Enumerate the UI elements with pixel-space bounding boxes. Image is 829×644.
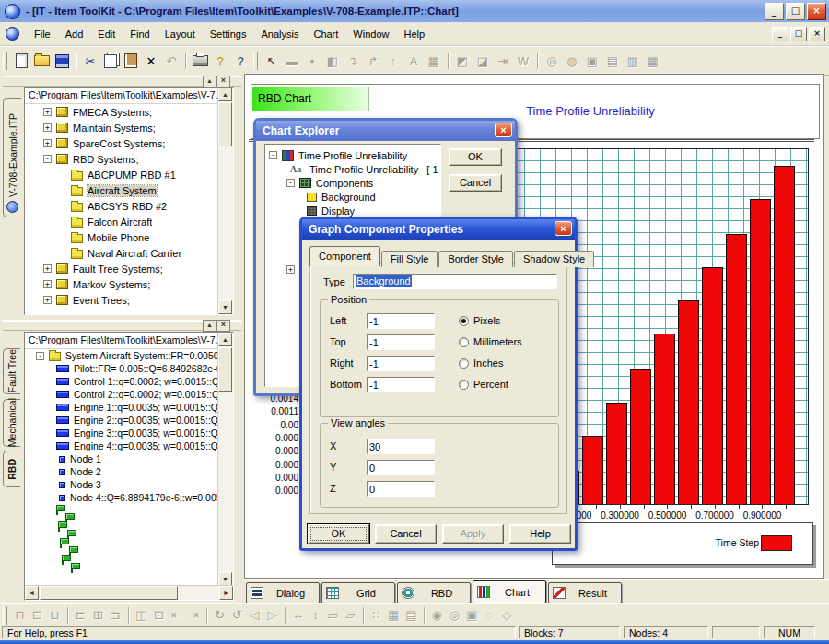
tree-item[interactable]: Pilot::FR= 0.005::Q=6.8492682e-6::w: [25, 362, 218, 375]
type-field[interactable]: Background: [353, 274, 557, 289]
tree-item[interactable]: Node 2: [25, 465, 218, 478]
menu-find[interactable]: Find: [123, 29, 157, 40]
tree-item[interactable]: [25, 529, 218, 537]
tree-item[interactable]: Naval Aircraft Carrier: [25, 245, 218, 261]
tree-expander-icon[interactable]: -: [269, 151, 277, 159]
scroll-down-icon[interactable]: [218, 572, 232, 586]
tree-item[interactable]: -RBD Systems;: [25, 151, 218, 167]
mdi-restore-button[interactable]: □: [790, 27, 807, 41]
tree-expander-icon[interactable]: +: [43, 296, 52, 304]
tree-expander-icon[interactable]: -: [286, 179, 295, 187]
scroll-up-icon[interactable]: [218, 88, 232, 101]
tree-item[interactable]: [25, 562, 218, 570]
top-input[interactable]: [367, 334, 435, 350]
tree-item[interactable]: Node 3: [25, 478, 218, 491]
file-tab[interactable]: V-708-Example.ITP: [3, 98, 21, 217]
delete-icon[interactable]: ✕: [141, 51, 161, 71]
tree-item[interactable]: +SpareCost Systems;: [25, 135, 218, 151]
vertical-scrollbar[interactable]: [217, 333, 233, 586]
pixels-radio[interactable]: [459, 316, 469, 326]
tree-item[interactable]: [25, 512, 218, 521]
cancel-button[interactable]: Cancel: [375, 524, 437, 544]
tree-item[interactable]: +Maintain Systems;: [25, 120, 218, 135]
tree-expander-icon[interactable]: +: [43, 139, 52, 147]
toolbar-grip[interactable]: [3, 52, 7, 70]
panel-scroll-up-icon[interactable]: [203, 320, 216, 332]
doc-tab-dialog[interactable]: Dialog: [246, 582, 320, 603]
close-button[interactable]: ×: [807, 3, 826, 20]
properties-tab-shadow-style[interactable]: Shadow Style: [514, 251, 594, 267]
ok-button[interactable]: OK: [449, 148, 502, 166]
context-help-icon[interactable]: ?: [230, 51, 251, 71]
right-input[interactable]: [367, 356, 435, 371]
tree-item[interactable]: [25, 504, 218, 512]
tree-item[interactable]: -Components: [265, 176, 440, 190]
horizontal-scrollbar[interactable]: [25, 585, 233, 600]
new-file-icon[interactable]: [11, 51, 31, 71]
mdi-minimize-button[interactable]: _: [772, 27, 788, 41]
menu-help[interactable]: Help: [396, 29, 432, 40]
tab-fault-tree[interactable]: Fault Tree: [3, 348, 20, 394]
cancel-button[interactable]: Cancel: [449, 174, 502, 192]
tree-expander-icon[interactable]: +: [43, 123, 52, 132]
tree-item[interactable]: Engine 4::q=0.0035; w=0.0015::Q=0: [25, 439, 218, 452]
open-file-icon[interactable]: [31, 51, 52, 71]
toolbar-grip[interactable]: [253, 52, 258, 70]
tree-item[interactable]: Control 1::q=0.0002; w=0.0015::Q=0: [25, 375, 218, 388]
tree-item[interactable]: Engine 2::q=0.0035; w=0.0015::Q=0: [25, 414, 218, 427]
tree-item[interactable]: Display: [265, 204, 440, 217]
copy-icon[interactable]: [100, 51, 121, 71]
bottom-input[interactable]: [367, 377, 435, 392]
dialog-title-bar[interactable]: Chart Explorer: [256, 121, 515, 141]
close-icon[interactable]: [555, 221, 572, 236]
menu-chart[interactable]: Chart: [306, 29, 345, 40]
help-about-icon[interactable]: ?: [210, 51, 230, 71]
scroll-thumb[interactable]: [40, 586, 178, 600]
inches-radio[interactable]: [459, 358, 469, 369]
tree-item[interactable]: Engine 1::q=0.0035; w=0.0015::Q=0: [25, 401, 218, 414]
tree-item[interactable]: Aircraft System: [25, 182, 218, 198]
print-icon[interactable]: [190, 51, 210, 71]
mdi-close-button[interactable]: ×: [809, 27, 825, 41]
tree-item[interactable]: [25, 554, 218, 562]
tree-item[interactable]: [25, 521, 218, 529]
tree-item[interactable]: ABCPUMP RBD #1: [25, 167, 218, 182]
menu-file[interactable]: File: [27, 29, 58, 40]
tree-item[interactable]: Background: [265, 190, 440, 204]
tree-expander-icon[interactable]: +: [43, 108, 52, 116]
tree-item[interactable]: Falcon Aircraft: [25, 214, 218, 229]
tree-item[interactable]: Time Profile Unreliability [ 1 ]: [265, 162, 440, 176]
y-angle-input[interactable]: [367, 460, 435, 475]
z-angle-input[interactable]: [367, 481, 435, 497]
left-input[interactable]: [367, 313, 435, 329]
tree-item[interactable]: Engine 3::q=0.0035; w=0.0015::Q=0: [25, 427, 218, 439]
tree-expander-icon[interactable]: +: [43, 280, 52, 288]
tree-item[interactable]: -System Aircraft System::FR=0.00500060: [25, 349, 218, 362]
tree-item[interactable]: Control 2::q=0.0002; w=0.0015::Q=0: [25, 388, 218, 401]
restore-button[interactable]: □: [786, 3, 805, 20]
menu-layout[interactable]: Layout: [158, 29, 203, 40]
x-angle-input[interactable]: [367, 439, 435, 454]
toolbar-grip[interactable]: [3, 606, 7, 625]
millimeters-radio[interactable]: [459, 337, 469, 347]
save-file-icon[interactable]: [52, 51, 72, 71]
doc-tab-result[interactable]: Result: [548, 582, 622, 603]
scroll-right-icon[interactable]: [219, 586, 233, 600]
dialog-title-bar[interactable]: Graph Component Properties: [302, 219, 575, 240]
doc-tab-grid[interactable]: Grid: [321, 582, 395, 603]
properties-tab-component[interactable]: Component: [309, 246, 380, 266]
percent-radio[interactable]: [459, 380, 469, 390]
tab-rbd[interactable]: RBD: [3, 451, 20, 487]
doc-tab-chart[interactable]: Chart: [473, 580, 546, 603]
tree-item[interactable]: +Markov Systems;: [25, 276, 218, 292]
scroll-down-icon[interactable]: [218, 300, 232, 314]
vertical-scrollbar[interactable]: [217, 88, 233, 314]
scroll-up-icon[interactable]: [218, 333, 232, 346]
menu-analysis[interactable]: Analysis: [253, 29, 306, 40]
scroll-left-icon[interactable]: [25, 586, 39, 600]
cut-icon[interactable]: ✂: [80, 51, 100, 71]
tree-item[interactable]: Node 1: [25, 452, 218, 465]
tree-item[interactable]: Node 4::Q=6.8894179e-6::w=0.0050: [25, 491, 218, 504]
tree-item[interactable]: ABCSYS RBD #2: [25, 198, 218, 214]
tree-item[interactable]: [25, 537, 218, 545]
